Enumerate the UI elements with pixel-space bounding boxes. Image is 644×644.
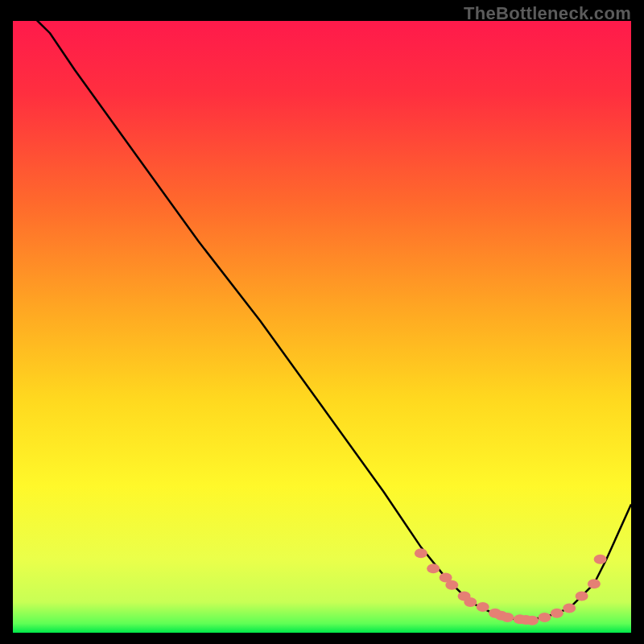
- highlight-point: [594, 555, 607, 564]
- highlight-point: [427, 564, 440, 573]
- highlight-point: [526, 616, 539, 625]
- highlight-point: [445, 580, 458, 590]
- highlight-point: [501, 613, 514, 622]
- highlight-point: [551, 609, 564, 618]
- highlight-point: [464, 597, 477, 607]
- highlight-point: [588, 579, 601, 588]
- highlight-point: [576, 591, 588, 601]
- highlight-point: [415, 548, 427, 558]
- chart-frame: [13, 21, 631, 633]
- highlight-point: [539, 613, 551, 622]
- bottleneck-chart: [13, 21, 631, 633]
- highlight-point: [477, 602, 489, 612]
- highlight-point: [563, 604, 576, 613]
